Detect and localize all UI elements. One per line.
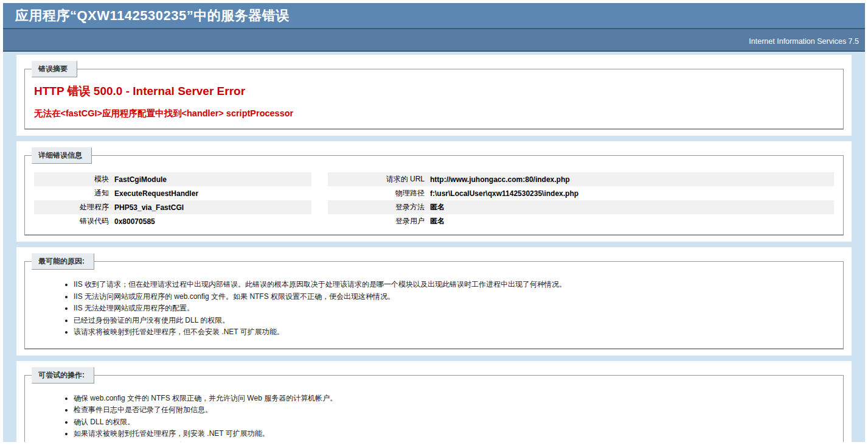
page-background: 应用程序“QXW1142530235”中的服务器错误 Internet Info…	[3, 3, 865, 442]
table-row: 物理路径 f:\usr\LocalUser\qxw1142530235\inde…	[328, 186, 834, 200]
list-item-suffix: 。	[432, 441, 440, 443]
error-summary-fieldset: 错误摘要 HTTP 错误 500.0 - Internal Server Err…	[24, 61, 844, 130]
detailed-error-section: 详细错误信息 模块 FastCgiModule 通知 ExecuteReques…	[16, 141, 852, 242]
detailed-error-tables: 模块 FastCgiModule 通知 ExecuteRequestHandle…	[34, 172, 834, 228]
http-error-subtitle: 无法在<fastCGI>应用程序配置中找到<handler> scriptPro…	[34, 108, 834, 119]
table-row: 请求的 URL http://www.juhongacc.com:80/inde…	[328, 172, 834, 186]
server-version-bar: Internet Information Services 7.5	[3, 29, 865, 52]
app-error-header-bar: 应用程序“QXW1142530235”中的服务器错误	[3, 3, 865, 29]
list-item-text: 创建跟踪规则以跟踪此 HTTP 状态代码的失败的请求。有关为失败的请求创建跟踪规…	[74, 441, 418, 443]
detail-value: 0x80070585	[114, 214, 311, 228]
detail-value: 匿名	[430, 200, 834, 214]
list-item: 该请求将被映射到托管处理程序，但不会安装 .NET 可扩展功能。	[74, 327, 834, 337]
detail-value: ExecuteRequestHandler	[114, 186, 311, 200]
detailed-error-fieldset: 详细错误信息 模块 FastCgiModule 通知 ExecuteReques…	[24, 147, 844, 236]
detail-value: PHP53_via_FastCGI	[114, 200, 311, 214]
error-summary-section: 错误摘要 HTTP 错误 500.0 - Internal Server Err…	[16, 55, 852, 136]
here-link[interactable]: 此处	[418, 441, 432, 443]
detail-value: FastCgiModule	[114, 172, 311, 186]
details-right-column: 请求的 URL http://www.juhongacc.com:80/inde…	[328, 172, 834, 228]
list-item: 确认 DLL 的权限。	[74, 417, 834, 427]
list-item: 创建跟踪规则以跟踪此 HTTP 状态代码的失败的请求。有关为失败的请求创建跟踪规…	[74, 441, 834, 443]
detail-label: 登录用户	[328, 214, 430, 228]
detail-value: http://www.juhongacc.com:80/index.php	[430, 172, 834, 186]
table-row: 登录方法 匿名	[328, 200, 834, 214]
detail-label: 物理路径	[328, 186, 430, 200]
likely-causes-legend: 最可能的原因:	[32, 253, 94, 270]
detail-value: f:\usr\LocalUser\qxw1142530235\index.php	[430, 186, 834, 200]
detail-label: 登录方法	[328, 200, 430, 214]
detail-label: 处理程序	[34, 200, 114, 214]
things-to-try-section: 可尝试的操作: 确保 web.config 文件的 NTFS 权限正确，并允许访…	[16, 361, 852, 443]
detail-label: 请求的 URL	[328, 172, 430, 186]
table-row: 登录用户 匿名	[328, 214, 834, 228]
detail-label: 通知	[34, 186, 114, 200]
detail-value: 匿名	[430, 214, 834, 228]
list-item: IIS 收到了请求；但在处理请求过程中出现内部错误。此错误的根本原因取决于处理该…	[74, 279, 834, 290]
detail-label: 错误代码	[34, 214, 114, 228]
page-title: 应用程序“QXW1142530235”中的服务器错误	[15, 7, 853, 24]
list-item: 确保 web.config 文件的 NTFS 权限正确，并允许访问 Web 服务…	[74, 393, 834, 404]
likely-causes-list: IIS 收到了请求；但在处理请求过程中出现内部错误。此错误的根本原因取决于处理该…	[49, 279, 834, 337]
likely-causes-section: 最可能的原因: IIS 收到了请求；但在处理请求过程中出现内部错误。此错误的根本…	[16, 247, 852, 356]
list-item: 如果请求被映射到托管处理程序，则安装 .NET 可扩展功能。	[74, 429, 834, 439]
likely-causes-fieldset: 最可能的原因: IIS 收到了请求；但在处理请求过程中出现内部错误。此错误的根本…	[24, 253, 844, 349]
list-item: IIS 无法处理网站或应用程序的配置。	[74, 303, 834, 314]
table-row: 处理程序 PHP53_via_FastCGI	[34, 200, 311, 214]
detail-label: 模块	[34, 172, 114, 186]
things-to-try-legend: 可尝试的操作:	[32, 367, 94, 384]
server-version-label: Internet Information Services 7.5	[749, 37, 859, 46]
table-row: 模块 FastCgiModule	[34, 172, 311, 186]
list-item: 检查事件日志中是否记录了任何附加信息。	[74, 405, 834, 415]
table-row: 通知 ExecuteRequestHandler	[34, 186, 311, 200]
http-error-title: HTTP 错误 500.0 - Internal Server Error	[34, 83, 834, 99]
list-item: IIS 无法访问网站或应用程序的 web.config 文件。如果 NTFS 权…	[74, 292, 834, 302]
details-left-column: 模块 FastCgiModule 通知 ExecuteRequestHandle…	[34, 172, 311, 228]
detailed-error-legend: 详细错误信息	[32, 147, 92, 164]
table-row: 错误代码 0x80070585	[34, 214, 311, 228]
things-to-try-list: 确保 web.config 文件的 NTFS 权限正确，并允许访问 Web 服务…	[49, 393, 834, 443]
error-summary-legend: 错误摘要	[32, 61, 77, 77]
list-item: 已经过身份验证的用户没有使用此 DLL 的权限。	[74, 315, 834, 326]
things-to-try-fieldset: 可尝试的操作: 确保 web.config 文件的 NTFS 权限正确，并允许访…	[24, 367, 844, 443]
